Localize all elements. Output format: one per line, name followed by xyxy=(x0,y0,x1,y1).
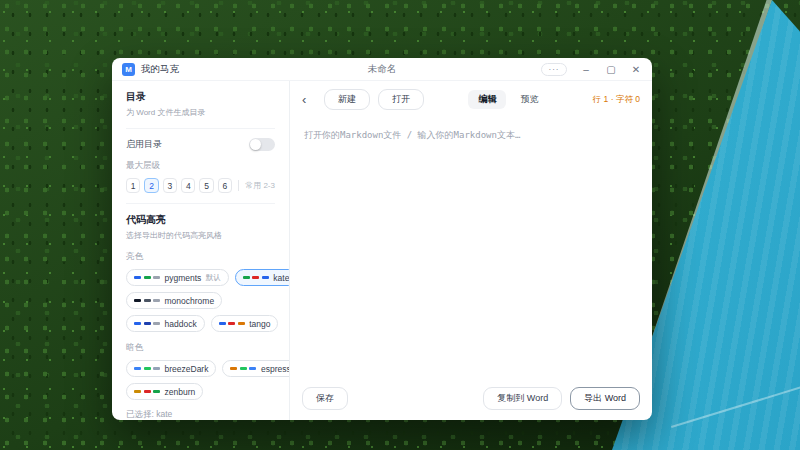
color-dash xyxy=(238,322,245,325)
selected-theme-text: 已选择: kate xyxy=(126,409,275,420)
section-toc-options: 启用目录 最大层级 1 2 3 4 5 6 常用 2-3 xyxy=(126,129,275,204)
dark-themes-label: 暗色 xyxy=(126,342,275,354)
minimize-icon[interactable]: – xyxy=(580,64,592,75)
toc-title: 目录 xyxy=(126,90,275,104)
color-dash xyxy=(153,322,160,325)
main-panel: ‹ 新建 打开 编辑 预览 行 1 · 字符 0 打开你的Markdown文件 … xyxy=(290,81,652,420)
color-dash xyxy=(262,276,269,279)
new-file-button[interactable]: 新建 xyxy=(324,89,370,110)
max-level-label: 最大层级 xyxy=(126,160,275,172)
toc-subtitle: 为 Word 文件生成目录 xyxy=(126,107,275,118)
theme-name: tango xyxy=(249,319,270,329)
color-dash xyxy=(134,367,141,370)
color-dash xyxy=(144,322,151,325)
markdown-editor[interactable]: 打开你的Markdown文件 / 输入你的Markdown文本… xyxy=(290,117,652,379)
action-footer: 保存 复制到 Word 导出 Word xyxy=(290,379,652,420)
back-icon[interactable]: ‹ xyxy=(302,93,316,106)
toggle-knob xyxy=(250,139,261,150)
color-dash xyxy=(144,390,151,393)
theme-name: espresso xyxy=(261,364,290,374)
color-dash xyxy=(249,367,256,370)
settings-sidebar: 目录 为 Word 文件生成目录 启用目录 最大层级 1 2 3 4 5 6 常… xyxy=(112,81,290,420)
color-dash xyxy=(144,367,151,370)
section-toc: 目录 为 Word 文件生成目录 xyxy=(126,81,275,129)
color-dash xyxy=(144,276,151,279)
theme-chip-kate[interactable]: kate xyxy=(235,269,290,286)
color-dash xyxy=(134,322,141,325)
section-code-highlight: 代码高亮 选择导出时的代码高亮风格 亮色 pygments 默认 kate xyxy=(126,204,275,420)
theme-chip-tango[interactable]: tango xyxy=(211,315,279,332)
theme-name: breezeDark xyxy=(165,364,209,374)
more-menu-button[interactable]: ··· xyxy=(541,63,567,76)
level-button-3[interactable]: 3 xyxy=(163,178,177,193)
maximize-icon[interactable]: ▢ xyxy=(605,64,617,75)
level-button-5[interactable]: 5 xyxy=(199,178,213,193)
color-dash xyxy=(243,276,250,279)
color-dash xyxy=(230,367,237,370)
tab-preview[interactable]: 预览 xyxy=(510,90,548,109)
highlight-title: 代码高亮 xyxy=(126,213,275,227)
level-button-6[interactable]: 6 xyxy=(218,178,232,193)
enable-toc-label: 启用目录 xyxy=(126,138,162,151)
level-button-4[interactable]: 4 xyxy=(181,178,195,193)
theme-chip-haddock[interactable]: haddock xyxy=(126,315,205,332)
color-dash xyxy=(153,390,160,393)
theme-name: haddock xyxy=(165,319,197,329)
theme-name: monochrome xyxy=(165,296,215,306)
editor-toolbar: ‹ 新建 打开 编辑 预览 行 1 · 字符 0 xyxy=(290,81,652,117)
theme-chip-monochrome[interactable]: monochrome xyxy=(126,292,222,309)
level-button-2[interactable]: 2 xyxy=(144,178,158,193)
color-dash xyxy=(228,322,235,325)
color-dash xyxy=(219,322,226,325)
color-dash xyxy=(153,299,160,302)
theme-chip-breezedark[interactable]: breezeDark xyxy=(126,360,216,377)
light-themes-label: 亮色 xyxy=(126,251,275,263)
cursor-status: 行 1 · 字符 0 xyxy=(593,94,640,106)
theme-name: pygments xyxy=(165,273,202,283)
level-selector: 1 2 3 4 5 6 常用 2-3 xyxy=(126,178,275,193)
theme-name: kate xyxy=(273,273,289,283)
default-badge: 默认 xyxy=(206,273,221,283)
color-dash xyxy=(134,276,141,279)
color-dash xyxy=(153,276,160,279)
theme-chip-pygments[interactable]: pygments 默认 xyxy=(126,269,229,286)
level-hint: 常用 2-3 xyxy=(238,180,275,191)
app-title: 我的马克 xyxy=(141,63,179,76)
level-button-1[interactable]: 1 xyxy=(126,178,140,193)
export-word-button[interactable]: 导出 Word xyxy=(570,387,640,410)
close-icon[interactable]: ✕ xyxy=(630,64,642,75)
theme-name: zenburn xyxy=(165,387,196,397)
copy-to-word-button[interactable]: 复制到 Word xyxy=(483,387,562,410)
view-tabs: 编辑 预览 xyxy=(468,90,548,109)
color-dash xyxy=(252,276,259,279)
theme-chip-espresso[interactable]: espresso xyxy=(222,360,290,377)
theme-chip-zenburn[interactable]: zenburn xyxy=(126,383,203,400)
editor-placeholder: 打开你的Markdown文件 / 输入你的Markdown文本… xyxy=(304,129,638,142)
open-file-button[interactable]: 打开 xyxy=(378,89,424,110)
highlight-subtitle: 选择导出时的代码高亮风格 xyxy=(126,230,275,241)
color-dash xyxy=(134,299,141,302)
titlebar[interactable]: M 我的马克 未命名 ··· – ▢ ✕ xyxy=(112,58,652,81)
tab-edit[interactable]: 编辑 xyxy=(468,90,506,109)
save-button[interactable]: 保存 xyxy=(302,387,348,410)
color-dash xyxy=(134,390,141,393)
app-window: M 我的马克 未命名 ··· – ▢ ✕ 目录 为 Word 文件生成目录 启用… xyxy=(112,58,652,420)
color-dash xyxy=(153,367,160,370)
app-logo-icon: M xyxy=(122,63,135,76)
enable-toc-toggle[interactable] xyxy=(249,138,275,151)
color-dash xyxy=(240,367,247,370)
color-dash xyxy=(144,299,151,302)
